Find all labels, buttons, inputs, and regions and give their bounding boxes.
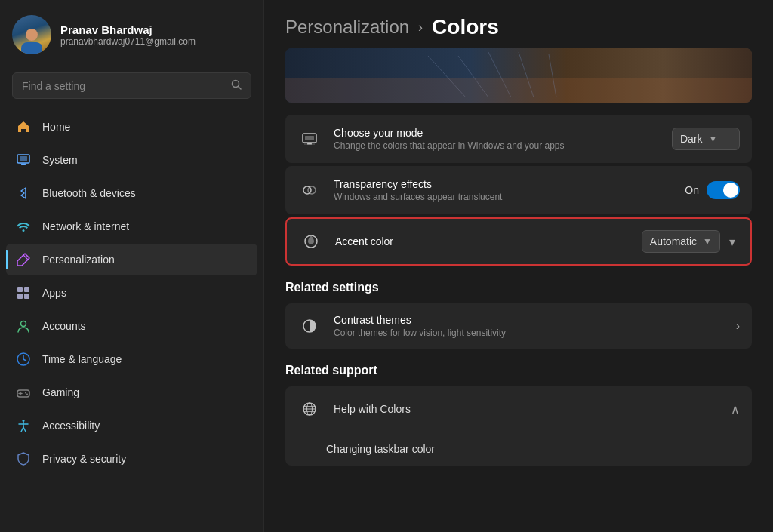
accent-dropdown[interactable]: Automatic ▼ — [642, 230, 720, 253]
contrast-chevron: › — [736, 319, 740, 333]
sidebar-item-label-home: Home — [42, 121, 70, 133]
sidebar-item-apps[interactable]: Apps — [6, 277, 257, 309]
svg-rect-3 — [20, 156, 27, 161]
accent-title: Accent color — [335, 235, 630, 248]
svg-line-24 — [21, 427, 23, 432]
sidebar-item-label-bluetooth: Bluetooth & devices — [42, 187, 136, 199]
contrast-desc: Color themes for low vision, light sensi… — [334, 328, 724, 338]
sidebar-item-system[interactable]: System — [6, 144, 257, 176]
sidebar-item-personalization[interactable]: Personalization — [6, 244, 257, 275]
transparency-icon — [297, 178, 322, 202]
sidebar-item-label-apps: Apps — [42, 287, 66, 299]
contrast-icon — [297, 314, 322, 338]
svg-rect-8 — [17, 287, 23, 292]
svg-point-21 — [23, 420, 25, 422]
privacy-icon — [15, 451, 32, 467]
svg-rect-9 — [24, 287, 29, 292]
sidebar-item-accessibility[interactable]: Accessibility — [6, 410, 257, 441]
profile-info: Pranav Bhardwaj pranavbhardwaj0711@gmail… — [60, 23, 196, 47]
mode-icon — [297, 127, 322, 151]
svg-line-1 — [239, 87, 242, 90]
help-section-card: Help with Colors ∧ Changing taskbar colo… — [285, 386, 752, 466]
svg-rect-4 — [21, 164, 26, 165]
banner-image — [285, 48, 752, 103]
sidebar-item-label-time: Time & language — [42, 353, 122, 365]
transparency-toggle-wrap: On — [685, 181, 740, 199]
accent-icon — [299, 229, 323, 254]
accent-color-card: Accent color Automatic ▼ ▾ — [285, 217, 752, 266]
accent-expand-button[interactable]: ▾ — [726, 232, 738, 252]
search-input[interactable] — [22, 80, 225, 92]
svg-rect-32 — [285, 78, 752, 103]
accessibility-icon — [15, 417, 32, 434]
svg-line-25 — [23, 427, 26, 432]
mode-desc: Change the colors that appear in Windows… — [334, 140, 660, 151]
sidebar-item-label-accessibility: Accessibility — [42, 420, 100, 432]
transparency-toggle[interactable] — [707, 181, 740, 199]
sidebar-item-gaming[interactable]: Gaming — [6, 377, 257, 408]
accounts-icon — [15, 318, 32, 334]
mode-dropdown[interactable]: Dark ▼ — [672, 128, 740, 150]
breadcrumb-arrow: › — [418, 20, 423, 35]
svg-point-12 — [21, 321, 26, 327]
accent-dropdown-value: Automatic — [650, 235, 697, 248]
search-box[interactable] — [12, 72, 251, 99]
sidebar-item-label-personalization: Personalization — [42, 254, 115, 266]
transparency-toggle-label: On — [685, 184, 699, 196]
choose-mode-card: Choose your mode Change the colors that … — [285, 115, 752, 163]
changing-taskbar-item[interactable]: Changing taskbar color — [285, 432, 752, 466]
contrast-themes-card[interactable]: Contrast themes Color themes for low vis… — [285, 303, 752, 349]
toggle-knob — [723, 183, 738, 198]
transparency-control: On — [685, 181, 740, 199]
bottom-space — [285, 469, 752, 491]
search-icon — [231, 79, 242, 92]
svg-point-37 — [308, 186, 316, 194]
network-icon — [15, 218, 32, 235]
help-with-colors-title: Help with Colors — [334, 403, 411, 415]
help-with-colors-item[interactable]: Help with Colors ∧ — [285, 386, 752, 432]
main-content: Personalization › Colors — [264, 0, 773, 532]
gaming-icon — [15, 384, 32, 401]
mode-control: Dark ▼ — [672, 128, 740, 150]
sidebar-item-label-privacy: Privacy & security — [42, 453, 126, 465]
accent-text: Accent color — [335, 225, 630, 258]
mode-dropdown-arrow: ▼ — [709, 134, 718, 144]
changing-taskbar-title: Changing taskbar color — [297, 443, 435, 455]
nav-items: Home System Bluetooth & devices — [0, 108, 263, 532]
settings-list: Choose your mode Change the colors that … — [264, 115, 773, 491]
svg-point-19 — [25, 392, 26, 394]
sidebar-item-accounts[interactable]: Accounts — [6, 310, 257, 342]
svg-point-6 — [23, 229, 25, 232]
personalization-icon — [15, 251, 32, 268]
contrast-text: Contrast themes Color themes for low vis… — [334, 303, 724, 349]
profile-section: Pranav Bhardwaj pranavbhardwaj0711@gmail… — [0, 0, 263, 66]
avatar — [12, 15, 51, 54]
related-settings-header: Related settings — [285, 269, 752, 300]
mode-dropdown-value: Dark — [680, 133, 703, 145]
svg-rect-34 — [305, 136, 314, 140]
transparency-text: Transparency effects Windows and surface… — [334, 168, 673, 213]
sidebar-item-time[interactable]: Time & language — [6, 343, 257, 375]
svg-line-15 — [23, 359, 26, 361]
svg-rect-11 — [24, 294, 29, 299]
transparency-card: Transparency effects Windows and surface… — [285, 166, 752, 214]
transparency-title: Transparency effects — [334, 178, 673, 190]
svg-point-20 — [26, 394, 28, 395]
svg-rect-10 — [17, 294, 23, 299]
accent-dropdown-arrow: ▼ — [703, 236, 712, 247]
sidebar-item-home[interactable]: Home — [6, 111, 257, 143]
bluetooth-icon — [15, 185, 32, 201]
breadcrumb-current: Colors — [432, 15, 499, 39]
sidebar-item-bluetooth[interactable]: Bluetooth & devices — [6, 177, 257, 209]
banner-inner — [285, 48, 752, 103]
sidebar-item-privacy[interactable]: Privacy & security — [6, 443, 257, 475]
sidebar: Pranav Bhardwaj pranavbhardwaj0711@gmail… — [0, 0, 264, 532]
help-collapse-icon: ∧ — [731, 402, 740, 417]
time-icon — [15, 351, 32, 367]
mode-text: Choose your mode Change the colors that … — [334, 116, 660, 161]
related-support-header: Related support — [285, 352, 752, 383]
svg-rect-5 — [20, 163, 26, 164]
sidebar-item-network[interactable]: Network & internet — [6, 211, 257, 242]
sidebar-item-label-network: Network & internet — [42, 220, 129, 232]
profile-email: pranavbhardwaj0711@gmail.com — [60, 36, 196, 47]
